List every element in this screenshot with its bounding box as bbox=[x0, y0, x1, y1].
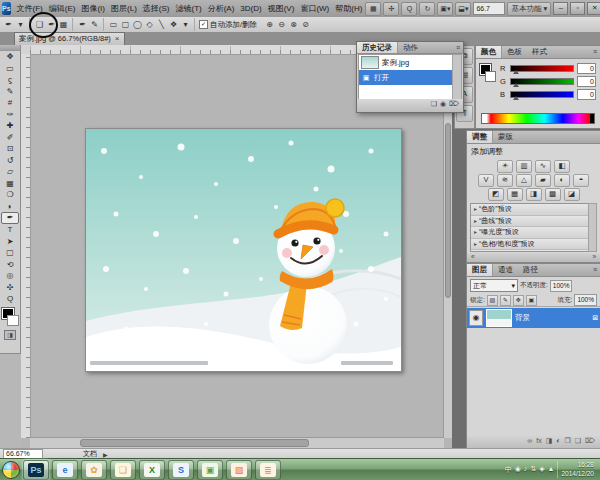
add-to-path-button[interactable]: ⊕ bbox=[264, 19, 275, 30]
slider-knob-icon[interactable] bbox=[513, 83, 519, 87]
gradient-map-icon[interactable]: ▩ bbox=[545, 188, 561, 201]
channel-slider-R[interactable] bbox=[510, 65, 574, 72]
layer-mask-icon[interactable]: ◨ bbox=[546, 437, 553, 448]
layer-row-background[interactable]: ◉ 背景 ⊠ bbox=[467, 308, 600, 328]
history-scrollbar[interactable] bbox=[452, 54, 462, 100]
3d-orbit-tool[interactable]: ◎ bbox=[1, 270, 19, 282]
marquee-tool[interactable]: ▭ bbox=[1, 63, 19, 75]
zoom-level-field[interactable]: 66.7 bbox=[473, 2, 505, 15]
layer-visibility-eye-icon[interactable]: ◉ bbox=[469, 310, 483, 326]
channel-value-G[interactable]: 0 bbox=[577, 76, 596, 87]
taskbar-clock[interactable]: 16:28 2014/12/20 bbox=[557, 461, 597, 479]
workspace-switcher[interactable]: 基本功能 ▾ bbox=[507, 2, 551, 16]
menu-item-2[interactable]: 图像(I) bbox=[78, 4, 108, 13]
intersect-path-button[interactable]: ⊗ bbox=[288, 19, 299, 30]
paths-button[interactable]: ✒ bbox=[46, 19, 57, 30]
taskbar-image-tool[interactable]: ▣ bbox=[197, 460, 223, 480]
history-state-row[interactable]: ▣ 打开 bbox=[359, 70, 453, 85]
taskbar-excel[interactable]: X bbox=[139, 460, 165, 480]
taskbar-sogou-browser[interactable]: S bbox=[168, 460, 194, 480]
horizontal-scrollbar[interactable] bbox=[30, 437, 444, 448]
delete-state-icon[interactable]: ⌦ bbox=[449, 100, 459, 111]
background-color-swatch[interactable] bbox=[7, 315, 19, 326]
menu-item-0[interactable]: 文件(F) bbox=[14, 4, 46, 13]
clone-stamp-tool[interactable]: ⊡ bbox=[1, 143, 19, 155]
tray-network-icon[interactable]: ⇅ bbox=[530, 465, 536, 475]
shape-options-arrow[interactable]: ▾ bbox=[180, 19, 191, 30]
menu-item-7[interactable]: 3D(D) bbox=[237, 4, 264, 13]
link-layers-icon[interactable]: ∞ bbox=[527, 437, 532, 448]
preset-item-4[interactable]: ▸“黑白”预设 bbox=[471, 250, 588, 252]
new-layer-icon[interactable]: ❏ bbox=[575, 437, 581, 448]
channel-mixer-icon[interactable]: ◓ bbox=[573, 174, 589, 187]
lasso-tool[interactable]: ϛ bbox=[1, 74, 19, 86]
background-color-swatch[interactable] bbox=[485, 71, 496, 82]
lock-transparent-icon[interactable]: ▨ bbox=[487, 295, 498, 306]
arrange-documents-icon[interactable]: ▣▾ bbox=[437, 2, 453, 16]
channel-value-R[interactable]: 0 bbox=[577, 63, 596, 74]
fill-field[interactable]: 100% bbox=[574, 294, 597, 306]
new-document-from-state-icon[interactable]: ❏ bbox=[431, 100, 437, 111]
lock-position-icon[interactable]: ✥ bbox=[513, 295, 524, 306]
delete-layer-icon[interactable]: ⌦ bbox=[585, 437, 595, 448]
healing-brush-tool[interactable]: ✚ bbox=[1, 120, 19, 132]
color-panel-menu-icon[interactable]: ≡ bbox=[590, 46, 600, 58]
close-button[interactable]: ✕ bbox=[587, 2, 600, 15]
document-tab[interactable]: 案例.jpg @ 66.7%(RGB/8#) × bbox=[14, 32, 125, 45]
menu-item-1[interactable]: 编辑(E) bbox=[46, 4, 79, 13]
exclude-path-button[interactable]: ⊘ bbox=[300, 19, 311, 30]
curves-icon[interactable]: ∿ bbox=[535, 160, 551, 173]
brightness-contrast-icon[interactable]: ☀ bbox=[497, 160, 513, 173]
channel-slider-G[interactable] bbox=[510, 78, 574, 85]
layer-group-icon[interactable]: ❐ bbox=[565, 437, 571, 448]
blur-tool[interactable]: ❍ bbox=[1, 189, 19, 201]
blend-mode-select[interactable]: 正常 ▾ bbox=[470, 279, 518, 292]
rounded-rectangle-button[interactable]: ▢ bbox=[120, 19, 131, 30]
black-white-icon[interactable]: ▰ bbox=[535, 174, 551, 187]
new-snapshot-icon[interactable]: ◉ bbox=[440, 100, 446, 111]
taskbar-documents[interactable]: ≣ bbox=[255, 460, 281, 480]
auto-add-delete-checkbox[interactable]: ✓ 自动添加/删除 bbox=[196, 20, 260, 30]
taskbar-photoshop[interactable]: Ps bbox=[23, 460, 49, 480]
tool-preset-picker[interactable]: ✒ ▾ bbox=[0, 18, 30, 31]
tab-actions[interactable]: 动作 bbox=[398, 42, 423, 53]
crop-tool[interactable]: # bbox=[1, 97, 19, 109]
tray-im-icon[interactable]: ◉ bbox=[515, 465, 521, 475]
exposure-icon[interactable]: ◧ bbox=[554, 160, 570, 173]
line-shape-button[interactable]: ╲ bbox=[156, 19, 167, 30]
eraser-tool[interactable]: ▱ bbox=[1, 166, 19, 178]
taskbar-internet-explorer[interactable]: e bbox=[52, 460, 78, 480]
preset-item-2[interactable]: ▸“曝光度”预设 bbox=[471, 227, 588, 239]
levels-icon[interactable]: ▥ bbox=[516, 160, 532, 173]
hue-saturation-icon[interactable]: ≋ bbox=[497, 174, 513, 187]
presets-scrollbar[interactable] bbox=[588, 203, 597, 252]
collapse-view-icon[interactable]: « bbox=[471, 253, 475, 262]
view-extras-icon[interactable]: ▦ bbox=[365, 2, 381, 16]
subtract-path-button[interactable]: ⊖ bbox=[276, 19, 287, 30]
menu-item-10[interactable]: 帮助(H) bbox=[332, 4, 365, 13]
tab-adjustments[interactable]: 调整 bbox=[467, 131, 493, 143]
shape-layers-button[interactable]: ❑ bbox=[34, 19, 45, 30]
gradient-tool[interactable]: ▦ bbox=[1, 178, 19, 190]
tab-paths[interactable]: 路径 bbox=[518, 264, 543, 276]
3d-rotate-tool[interactable]: ⟲ bbox=[1, 259, 19, 271]
history-snapshot-row[interactable]: 案例.jpg bbox=[359, 55, 453, 70]
posterize-icon[interactable]: ▦ bbox=[507, 188, 523, 201]
path-selection-tool[interactable]: ➤ bbox=[1, 236, 19, 248]
adjustment-layer-icon[interactable]: ◐ bbox=[556, 437, 560, 448]
history-brush-tool[interactable]: ↺ bbox=[1, 155, 19, 167]
menu-item-9[interactable]: 窗口(W) bbox=[297, 4, 332, 13]
tray-volume-icon[interactable]: ♪ bbox=[524, 465, 528, 475]
tab-styles[interactable]: 样式 bbox=[527, 46, 552, 58]
hand-tool-icon[interactable]: ✣ bbox=[383, 2, 399, 16]
preset-item-3[interactable]: ▸“色相/饱和度”预设 bbox=[471, 239, 588, 251]
shape-tool[interactable]: ▢ bbox=[1, 247, 19, 259]
menu-item-5[interactable]: 滤镜(T) bbox=[172, 4, 204, 13]
brush-tool[interactable]: ✐ bbox=[1, 132, 19, 144]
menu-item-4[interactable]: 选择(S) bbox=[140, 4, 173, 13]
quick-selection-tool[interactable]: ✎ bbox=[1, 86, 19, 98]
selective-color-icon[interactable]: ◪ bbox=[564, 188, 580, 201]
preset-item-0[interactable]: ▸“色阶”预设 bbox=[471, 204, 588, 216]
threshold-icon[interactable]: ◨ bbox=[526, 188, 542, 201]
restore-button[interactable]: ▫ bbox=[570, 2, 585, 15]
